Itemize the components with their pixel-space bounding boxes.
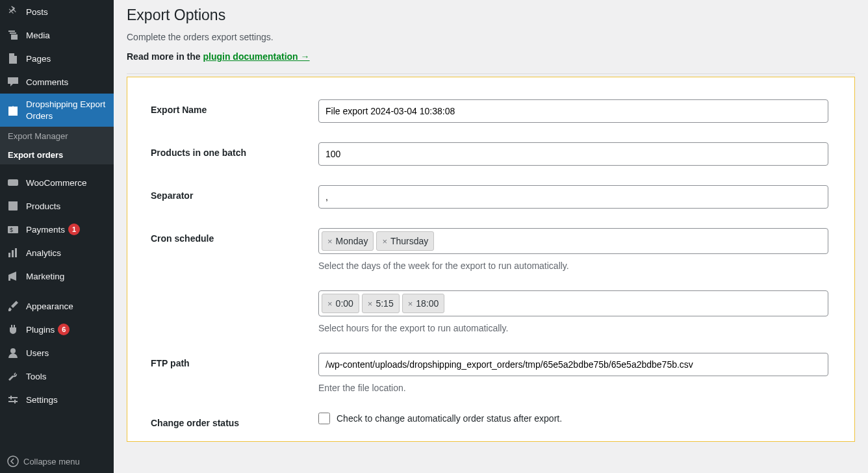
tools-icon bbox=[6, 370, 19, 383]
page-title: Export Options bbox=[127, 6, 855, 24]
sidebar-label: Pages bbox=[26, 54, 51, 64]
doc-line: Read more in the plugin documentation → bbox=[127, 51, 855, 62]
sidebar-label: Marketing bbox=[26, 272, 64, 281]
remove-chip-icon[interactable]: × bbox=[327, 299, 333, 309]
svg-rect-5 bbox=[8, 253, 10, 257]
help-cron-hours: Select hours for the export to run autom… bbox=[318, 323, 828, 333]
sidebar-item-analytics[interactable]: Analytics bbox=[0, 241, 114, 264]
admin-sidebar: Posts Media Pages Comments Dropshipping … bbox=[0, 0, 114, 473]
remove-chip-icon[interactable]: × bbox=[382, 236, 387, 246]
sidebar-item-media[interactable]: Media bbox=[0, 23, 114, 47]
marketing-icon bbox=[6, 270, 19, 283]
sidebar-item-dropshipping[interactable]: Dropshipping Export Orders bbox=[0, 94, 114, 127]
collapse-icon bbox=[6, 455, 19, 468]
sidebar-item-settings[interactable]: Settings bbox=[0, 388, 114, 411]
analytics-icon bbox=[6, 246, 19, 259]
help-cron-days: Select the days of the week for the expo… bbox=[318, 261, 828, 271]
main-content: Export Options Complete the orders expor… bbox=[114, 0, 868, 473]
chip-hour: ×0:00 bbox=[322, 294, 359, 313]
chip-day: ×Monday bbox=[322, 231, 374, 251]
sidebar-label: Products bbox=[26, 201, 60, 211]
sidebar-item-products[interactable]: Products bbox=[0, 194, 114, 218]
label-ftp: FTP path bbox=[151, 353, 318, 368]
label-separator: Separator bbox=[151, 185, 318, 201]
remove-chip-icon[interactable]: × bbox=[408, 299, 413, 309]
doc-link[interactable]: plugin documentation → bbox=[203, 51, 309, 62]
sidebar-label: Users bbox=[26, 348, 49, 358]
chip-hour: ×18:00 bbox=[402, 294, 445, 313]
remove-chip-icon[interactable]: × bbox=[368, 299, 373, 309]
input-separator[interactable] bbox=[318, 185, 828, 209]
comment-icon bbox=[6, 75, 19, 88]
sidebar-item-tools[interactable]: Tools bbox=[0, 364, 114, 388]
sidebar-item-payments[interactable]: $ Payments 1 bbox=[0, 218, 114, 241]
sidebar-submenu: Export Manager Export orders bbox=[0, 127, 114, 164]
users-icon bbox=[6, 346, 19, 359]
input-ftp[interactable] bbox=[318, 353, 828, 376]
svg-rect-1 bbox=[8, 203, 18, 211]
input-export-name[interactable] bbox=[318, 99, 828, 123]
row-cron-hours: ×0:00 ×5:15 ×18:00 Select hours for the … bbox=[151, 290, 828, 333]
svg-rect-12 bbox=[14, 400, 16, 403]
sidebar-label: Comments bbox=[26, 77, 68, 87]
cron-days-select[interactable]: ×Monday ×Thursday bbox=[318, 228, 828, 254]
check-label: Check to change automatically order stat… bbox=[337, 413, 562, 424]
sidebar-label: Media bbox=[26, 31, 50, 40]
checkbox-change-status[interactable] bbox=[318, 413, 330, 424]
label-cron: Cron schedule bbox=[151, 228, 318, 244]
sidebar-label: Payments bbox=[26, 225, 65, 235]
input-batch[interactable] bbox=[318, 142, 828, 166]
svg-point-13 bbox=[8, 456, 18, 467]
svg-rect-0 bbox=[8, 179, 18, 186]
sidebar-label: Posts bbox=[26, 7, 48, 17]
woocommerce-icon bbox=[6, 176, 19, 189]
sidebar-label: WooCommerce bbox=[26, 178, 87, 188]
export-icon bbox=[6, 104, 19, 117]
submenu-export-manager[interactable]: Export Manager bbox=[0, 127, 114, 146]
sidebar-label: Appearance bbox=[26, 301, 73, 311]
sidebar-item-appearance[interactable]: Appearance bbox=[0, 294, 114, 318]
sidebar-label: Dropshipping Export Orders bbox=[26, 99, 107, 121]
pushpin-icon bbox=[6, 5, 19, 18]
media-icon bbox=[6, 29, 19, 42]
settings-icon bbox=[6, 393, 19, 406]
cron-hours-select[interactable]: ×0:00 ×5:15 ×18:00 bbox=[318, 290, 828, 316]
sidebar-item-pages[interactable]: Pages bbox=[0, 47, 114, 70]
chip-day: ×Thursday bbox=[376, 231, 434, 251]
sidebar-label: Plugins bbox=[26, 325, 55, 335]
collapse-menu[interactable]: Collapse menu bbox=[0, 450, 114, 473]
sidebar-item-marketing[interactable]: Marketing bbox=[0, 264, 114, 288]
payments-icon: $ bbox=[6, 223, 19, 236]
row-export-name: Export Name bbox=[151, 99, 828, 123]
sidebar-item-users[interactable]: Users bbox=[0, 341, 114, 364]
page-icon bbox=[6, 52, 19, 65]
submenu-export-orders[interactable]: Export orders bbox=[0, 146, 114, 164]
row-change-status: Change order status Check to change auto… bbox=[151, 413, 828, 428]
sidebar-item-plugins[interactable]: Plugins 6 bbox=[0, 318, 114, 341]
svg-text:$: $ bbox=[10, 227, 13, 233]
svg-point-8 bbox=[10, 348, 16, 353]
remove-chip-icon[interactable]: × bbox=[327, 236, 333, 246]
settings-panel: Export Name Products in one batch Separa… bbox=[127, 77, 855, 442]
sidebar-label: Analytics bbox=[26, 248, 61, 258]
page-subtitle: Complete the orders export settings. bbox=[127, 32, 855, 42]
svg-rect-7 bbox=[15, 248, 17, 257]
chip-hour: ×5:15 bbox=[362, 294, 400, 313]
plugin-icon bbox=[6, 323, 19, 336]
label-export-name: Export Name bbox=[151, 99, 318, 115]
row-separator: Separator bbox=[151, 185, 828, 209]
row-batch: Products in one batch bbox=[151, 142, 828, 166]
products-icon bbox=[6, 199, 19, 212]
sidebar-item-woocommerce[interactable]: WooCommerce bbox=[0, 171, 114, 194]
collapse-label: Collapse menu bbox=[23, 457, 80, 467]
label-batch: Products in one batch bbox=[151, 142, 318, 158]
help-ftp: Enter the file location. bbox=[318, 383, 828, 393]
row-cron-days: Cron schedule ×Monday ×Thursday Select t… bbox=[151, 228, 828, 271]
sidebar-item-posts[interactable]: Posts bbox=[0, 0, 114, 23]
sidebar-label: Settings bbox=[26, 395, 58, 405]
svg-rect-2 bbox=[8, 201, 18, 203]
badge: 1 bbox=[68, 224, 80, 235]
badge: 6 bbox=[58, 324, 70, 335]
label-change-status: Change order status bbox=[151, 413, 318, 428]
sidebar-item-comments[interactable]: Comments bbox=[0, 70, 114, 94]
